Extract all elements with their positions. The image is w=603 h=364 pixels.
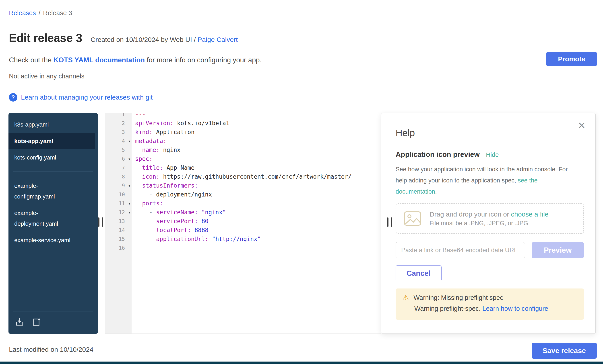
code-line[interactable]: 3kind: Application (105, 128, 381, 137)
sidebar-footer (13, 311, 93, 334)
code-text: statusInformers: (132, 181, 198, 190)
save-release-button[interactable]: Save release (532, 343, 597, 359)
code-text: spec: (132, 154, 152, 163)
line-number: 14 (105, 226, 132, 235)
sidebar-item-example-configmap.yaml[interactable]: example-configmap.yaml (9, 177, 98, 205)
code-line[interactable]: 11▾ ports: (105, 199, 381, 208)
code-line[interactable]: 8 icon: https://raw.githubusercontent.co… (105, 172, 381, 181)
breadcrumb-releases-link[interactable]: Releases (9, 9, 36, 16)
line-number: 15 (105, 235, 132, 243)
page-title: Edit release 3 (9, 31, 82, 44)
image-placeholder-icon (404, 211, 421, 226)
promote-button[interactable]: Promote (546, 52, 597, 66)
code-text: ports: (132, 199, 163, 208)
warning-row-2: Warning preflight-spec. Learn how to con… (414, 305, 577, 312)
code-text: servicePort: 80 (132, 217, 209, 226)
fold-arrow-icon[interactable]: ▾ (128, 199, 131, 208)
dropzone-line2: File must be a .PNG, .JPEG, or .JPG (429, 220, 549, 227)
new-file-icon[interactable] (32, 317, 41, 327)
sidebar-item-kots-app.yaml[interactable]: kots-app.yaml (9, 133, 95, 149)
code-line[interactable]: 13 servicePort: 80 (105, 217, 381, 226)
yaml-editor[interactable]: 1---2apiVersion: kots.io/v1beta13kind: A… (105, 113, 381, 334)
description-suffix: . (435, 188, 437, 195)
question-mark-icon[interactable]: ? (9, 93, 17, 102)
code-line[interactable]: 7 title: App Name (105, 163, 381, 172)
dropzone-line1-text: Drag and drop your icon or (429, 210, 511, 218)
code-line[interactable]: 4▾metadata: (105, 137, 381, 145)
description-text: See how your application icon will look … (396, 166, 568, 184)
breadcrumb: Releases/Release 3 (9, 9, 72, 17)
dropzone-text: Drag and drop your icon or choose a file… (429, 210, 549, 227)
code-line[interactable]: 10 - deployment/nginx (105, 190, 381, 199)
line-number: 13 (105, 217, 132, 226)
preview-button[interactable]: Preview (532, 242, 584, 258)
sidebar-item-k8s-app.yaml[interactable]: k8s-app.yaml (9, 116, 98, 133)
warning-row-1: ⚠ Warning: Missing preflight spec (402, 294, 577, 301)
line-number: 9▾ (105, 181, 132, 190)
channel-status: Not active in any channels (9, 73, 84, 80)
sidebar-item-kots-config.yaml[interactable]: kots-config.yaml (9, 149, 98, 166)
icon-url-input[interactable] (396, 242, 525, 258)
fold-arrow-icon[interactable]: ▾ (128, 137, 131, 145)
docs-suffix: for more info on configuring your app. (145, 56, 262, 64)
cancel-button[interactable]: Cancel (396, 265, 441, 281)
fold-arrow-icon[interactable]: ▾ (128, 208, 131, 217)
line-number: 8 (105, 172, 132, 181)
warning-detail-text: Warning preflight-spec. (414, 305, 482, 312)
line-number: 6▾ (105, 154, 132, 163)
code-text: - serviceName: "nginx" (132, 208, 226, 217)
breadcrumb-separator: / (39, 9, 40, 16)
code-text: title: App Name (132, 163, 195, 172)
code-line[interactable]: 1--- (105, 113, 381, 119)
breadcrumb-current: Release 3 (43, 9, 72, 16)
code-line[interactable]: 14 localPort: 8888 (105, 226, 381, 235)
code-line[interactable]: 9▾ statusInformers: (105, 181, 381, 190)
fold-arrow-icon[interactable]: ▾ (128, 181, 131, 190)
close-icon[interactable]: ✕ (578, 121, 586, 130)
line-number: 2 (105, 119, 132, 128)
code-lines: 1---2apiVersion: kots.io/v1beta13kind: A… (105, 113, 381, 252)
code-text: --- (132, 113, 146, 119)
warning-triangle-icon: ⚠ (402, 294, 409, 301)
created-author-link[interactable]: Paige Calvert (197, 36, 238, 43)
code-line[interactable]: 2apiVersion: kots.io/v1beta1 (105, 119, 381, 128)
import-file-icon[interactable] (15, 317, 24, 327)
help-panel: ✕ Help Application icon preview Hide See… (381, 113, 596, 334)
code-line[interactable]: 12▾ - serviceName: "nginx" (105, 208, 381, 217)
sidebar-resize-handle[interactable] (98, 217, 103, 227)
code-text: - deployment/nginx (132, 190, 212, 199)
sidebar-divider (13, 172, 93, 172)
line-number: 16 (105, 243, 132, 252)
line-number: 3 (105, 128, 132, 137)
code-line[interactable]: 16 (105, 243, 381, 252)
icon-preview-description: See how your application icon will look … (396, 164, 572, 197)
code-text (132, 243, 135, 252)
code-line[interactable]: 6▾spec: (105, 154, 381, 163)
icon-dropzone[interactable]: Drag and drop your icon or choose a file… (396, 203, 584, 234)
fold-arrow-icon[interactable]: ▾ (128, 154, 131, 163)
line-number: 11▾ (105, 199, 132, 208)
code-text: name: nginx (132, 145, 181, 154)
docs-prefix: Check out the (9, 56, 54, 64)
created-info: Created on 10/10/2024 by Web UI / Paige … (91, 36, 238, 44)
learn-how-to-configure-link[interactable]: Learn how to configure (482, 305, 548, 312)
file-sidebar: k8s-app.yamlkots-app.yamlkots-config.yam… (9, 113, 98, 334)
help-panel-resize-handle[interactable] (387, 217, 392, 227)
code-line[interactable]: 15 applicationUrl: "http://nginx" (105, 235, 381, 243)
sidebar-item-example-deployment.yaml[interactable]: example-deployment.yaml (9, 205, 98, 232)
sidebar-item-example-service.yaml[interactable]: example-service.yaml (9, 232, 98, 248)
line-number: 12▾ (105, 208, 132, 217)
code-text: applicationUrl: "http://nginx" (132, 235, 261, 243)
last-modified-text: Last modified on 10/10/2024 (9, 346, 93, 353)
kots-yaml-docs-link[interactable]: KOTS YAML documentation (54, 56, 145, 64)
code-text: apiVersion: kots.io/v1beta1 (132, 119, 230, 128)
code-text: kind: Application (132, 128, 195, 137)
title-row: Edit release 3 Created on 10/10/2024 by … (9, 31, 238, 44)
choose-file-link[interactable]: choose a file (511, 210, 548, 218)
git-help-link[interactable]: Learn about managing your releases with … (21, 94, 152, 101)
code-line[interactable]: 5 name: nginx (105, 145, 381, 154)
docs-line: Check out the KOTS YAML documentation fo… (9, 56, 262, 64)
line-number: 7 (105, 163, 132, 172)
hide-link[interactable]: Hide (486, 151, 499, 158)
help-title: Help (396, 128, 415, 138)
